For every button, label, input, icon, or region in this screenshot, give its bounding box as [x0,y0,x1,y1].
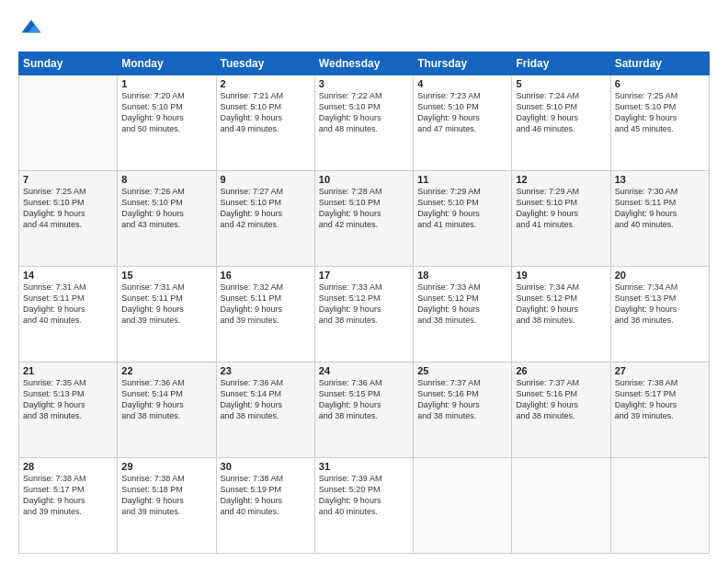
day-number: 3 [319,78,409,89]
day-info: Sunrise: 7:33 AM Sunset: 5:12 PM Dayligh… [417,282,507,327]
day-number: 10 [319,174,409,185]
day-number: 12 [516,174,606,185]
day-number: 20 [615,270,705,281]
day-info: Sunrise: 7:31 AM Sunset: 5:11 PM Dayligh… [121,282,211,327]
weekday-friday: Friday [512,52,610,75]
day-info: Sunrise: 7:34 AM Sunset: 5:12 PM Dayligh… [516,282,606,327]
calendar-cell: 30Sunrise: 7:38 AM Sunset: 5:19 PM Dayli… [216,458,314,554]
day-info: Sunrise: 7:25 AM Sunset: 5:10 PM Dayligh… [23,186,113,231]
day-number: 31 [319,461,409,472]
day-number: 2 [221,78,311,89]
day-info: Sunrise: 7:33 AM Sunset: 5:12 PM Dayligh… [319,282,409,327]
calendar-cell: 8Sunrise: 7:26 AM Sunset: 5:10 PM Daylig… [118,171,216,267]
weekday-header-row: SundayMondayTuesdayWednesdayThursdayFrid… [19,52,710,75]
calendar-cell: 12Sunrise: 7:29 AM Sunset: 5:10 PM Dayli… [512,171,610,267]
day-info: Sunrise: 7:28 AM Sunset: 5:10 PM Dayligh… [319,186,409,231]
calendar-cell: 20Sunrise: 7:34 AM Sunset: 5:13 PM Dayli… [610,267,709,362]
day-number: 11 [417,174,507,185]
day-number: 15 [121,270,211,281]
day-number: 21 [23,365,113,376]
calendar-cell: 14Sunrise: 7:31 AM Sunset: 5:11 PM Dayli… [19,267,118,362]
day-info: Sunrise: 7:36 AM Sunset: 5:15 PM Dayligh… [319,377,409,422]
calendar-cell: 5Sunrise: 7:24 AM Sunset: 5:10 PM Daylig… [512,75,610,171]
day-number: 30 [221,461,311,472]
calendar-cell: 31Sunrise: 7:39 AM Sunset: 5:20 PM Dayli… [314,458,413,554]
day-number: 5 [516,78,606,89]
calendar-cell: 22Sunrise: 7:36 AM Sunset: 5:14 PM Dayli… [118,362,216,458]
calendar-cell [414,458,512,554]
logo [18,17,48,42]
day-number: 14 [23,270,113,281]
day-info: Sunrise: 7:30 AM Sunset: 5:11 PM Dayligh… [615,186,705,231]
week-row-3: 14Sunrise: 7:31 AM Sunset: 5:11 PM Dayli… [19,267,710,362]
day-number: 6 [615,78,705,89]
day-number: 8 [121,174,211,185]
day-number: 26 [516,365,606,376]
day-number: 29 [121,461,211,472]
day-info: Sunrise: 7:31 AM Sunset: 5:11 PM Dayligh… [23,282,113,327]
day-info: Sunrise: 7:38 AM Sunset: 5:18 PM Dayligh… [121,473,211,518]
calendar-cell: 21Sunrise: 7:35 AM Sunset: 5:13 PM Dayli… [19,362,118,458]
day-info: Sunrise: 7:21 AM Sunset: 5:10 PM Dayligh… [221,90,311,135]
day-number: 19 [516,270,606,281]
header [18,17,710,42]
day-info: Sunrise: 7:38 AM Sunset: 5:19 PM Dayligh… [221,473,311,518]
calendar-cell: 25Sunrise: 7:37 AM Sunset: 5:16 PM Dayli… [414,362,512,458]
day-number: 16 [221,270,311,281]
calendar-cell: 3Sunrise: 7:22 AM Sunset: 5:10 PM Daylig… [314,75,413,171]
day-number: 28 [23,461,113,472]
calendar-cell: 9Sunrise: 7:27 AM Sunset: 5:10 PM Daylig… [216,171,314,267]
calendar-cell: 28Sunrise: 7:38 AM Sunset: 5:17 PM Dayli… [19,458,118,554]
day-number: 1 [121,78,211,89]
day-number: 23 [221,365,311,376]
weekday-saturday: Saturday [610,52,709,75]
day-info: Sunrise: 7:29 AM Sunset: 5:10 PM Dayligh… [516,186,606,231]
day-info: Sunrise: 7:24 AM Sunset: 5:10 PM Dayligh… [516,90,606,135]
calendar-cell: 1Sunrise: 7:20 AM Sunset: 5:10 PM Daylig… [118,75,216,171]
day-number: 25 [417,365,507,376]
calendar-cell: 16Sunrise: 7:32 AM Sunset: 5:11 PM Dayli… [216,267,314,362]
calendar-cell: 19Sunrise: 7:34 AM Sunset: 5:12 PM Dayli… [512,267,610,362]
logo-icon [18,17,44,42]
day-info: Sunrise: 7:20 AM Sunset: 5:10 PM Dayligh… [121,90,211,135]
day-info: Sunrise: 7:38 AM Sunset: 5:17 PM Dayligh… [615,377,705,422]
calendar-cell: 15Sunrise: 7:31 AM Sunset: 5:11 PM Dayli… [118,267,216,362]
day-info: Sunrise: 7:37 AM Sunset: 5:16 PM Dayligh… [516,377,606,422]
weekday-sunday: Sunday [19,52,118,75]
calendar-cell: 4Sunrise: 7:23 AM Sunset: 5:10 PM Daylig… [414,75,512,171]
weekday-tuesday: Tuesday [216,52,314,75]
weekday-monday: Monday [118,52,216,75]
calendar-table: SundayMondayTuesdayWednesdayThursdayFrid… [18,52,710,554]
week-row-5: 28Sunrise: 7:38 AM Sunset: 5:17 PM Dayli… [19,458,710,554]
calendar-cell: 17Sunrise: 7:33 AM Sunset: 5:12 PM Dayli… [314,267,413,362]
calendar-cell: 23Sunrise: 7:36 AM Sunset: 5:14 PM Dayli… [216,362,314,458]
day-info: Sunrise: 7:35 AM Sunset: 5:13 PM Dayligh… [23,377,113,422]
calendar-cell: 13Sunrise: 7:30 AM Sunset: 5:11 PM Dayli… [610,171,709,267]
day-number: 7 [23,174,113,185]
calendar-cell: 24Sunrise: 7:36 AM Sunset: 5:15 PM Dayli… [314,362,413,458]
calendar-cell: 6Sunrise: 7:25 AM Sunset: 5:10 PM Daylig… [610,75,709,171]
page: SundayMondayTuesdayWednesdayThursdayFrid… [0,0,728,563]
day-info: Sunrise: 7:34 AM Sunset: 5:13 PM Dayligh… [615,282,705,327]
week-row-4: 21Sunrise: 7:35 AM Sunset: 5:13 PM Dayli… [19,362,710,458]
day-info: Sunrise: 7:38 AM Sunset: 5:17 PM Dayligh… [23,473,113,518]
day-info: Sunrise: 7:27 AM Sunset: 5:10 PM Dayligh… [221,186,311,231]
calendar-cell: 18Sunrise: 7:33 AM Sunset: 5:12 PM Dayli… [414,267,512,362]
day-info: Sunrise: 7:25 AM Sunset: 5:10 PM Dayligh… [615,90,705,135]
calendar-cell: 26Sunrise: 7:37 AM Sunset: 5:16 PM Dayli… [512,362,610,458]
day-info: Sunrise: 7:39 AM Sunset: 5:20 PM Dayligh… [319,473,409,518]
day-info: Sunrise: 7:26 AM Sunset: 5:10 PM Dayligh… [121,186,211,231]
calendar-cell: 7Sunrise: 7:25 AM Sunset: 5:10 PM Daylig… [19,171,118,267]
day-number: 17 [319,270,409,281]
calendar-cell [19,75,118,171]
day-info: Sunrise: 7:37 AM Sunset: 5:16 PM Dayligh… [417,377,507,422]
day-number: 24 [319,365,409,376]
day-number: 18 [417,270,507,281]
day-info: Sunrise: 7:29 AM Sunset: 5:10 PM Dayligh… [417,186,507,231]
day-info: Sunrise: 7:23 AM Sunset: 5:10 PM Dayligh… [417,90,507,135]
day-info: Sunrise: 7:22 AM Sunset: 5:10 PM Dayligh… [319,90,409,135]
weekday-thursday: Thursday [414,52,512,75]
calendar-cell [610,458,709,554]
calendar-cell: 27Sunrise: 7:38 AM Sunset: 5:17 PM Dayli… [610,362,709,458]
calendar-cell: 29Sunrise: 7:38 AM Sunset: 5:18 PM Dayli… [118,458,216,554]
